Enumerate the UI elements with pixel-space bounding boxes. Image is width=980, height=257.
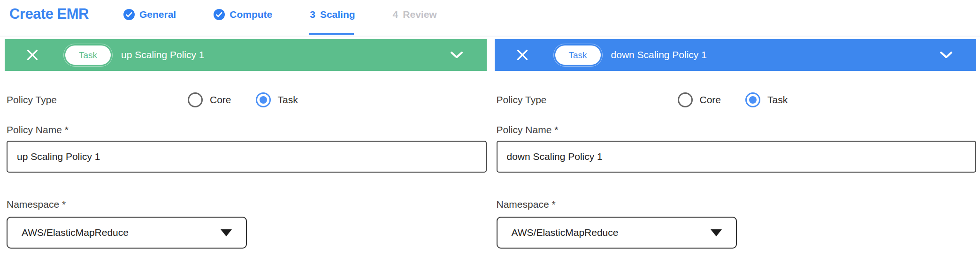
radio-option-core[interactable]: Core [188,92,231,107]
wizard-steps: General Compute 3 Scaling 4 Review [123,8,475,21]
radio-label: Task [278,94,298,106]
namespace-label: Namespace * [7,199,487,210]
check-circle-icon [214,9,225,20]
policy-header-bar[interactable]: Task down Scaling Policy 1 [495,39,977,71]
policy-name-label: Policy Name * [497,124,977,136]
namespace-dropdown[interactable]: AWS/ElasticMapReduce [497,217,737,249]
namespace-dropdown[interactable]: AWS/ElasticMapReduce [7,217,247,249]
wizard-header: Create EMR General Compute 3 Scaling 4 R… [0,0,980,37]
policy-name-input[interactable] [497,141,977,173]
step-number: 4 [393,9,398,20]
step-label: Compute [230,9,272,20]
policy-type-label: Policy Type [497,94,678,106]
radio-circle[interactable] [678,92,693,107]
radio-label: Core [700,94,721,106]
policy-form: Policy Type Core Task Policy Name * Name… [5,92,487,249]
radio-option-task[interactable]: Task [745,92,788,107]
radio-circle-selected[interactable] [745,92,760,107]
policy-name-field: Policy Name * [7,124,487,173]
caret-down-icon [711,229,722,236]
namespace-field: Namespace * AWS/ElasticMapReduce [7,199,487,249]
chevron-down-icon[interactable] [940,51,953,59]
namespace-selected-value: AWS/ElasticMapReduce [512,227,619,238]
step-compute[interactable]: Compute [214,8,272,21]
policy-name-field: Policy Name * [497,124,977,173]
scaling-policies: Task up Scaling Policy 1 Policy Type Cor… [0,39,980,249]
step-general[interactable]: General [123,8,176,21]
policy-form: Policy Type Core Task Policy Name * Name… [495,92,977,249]
radio-circle[interactable] [188,92,203,107]
policy-bar-title: up Scaling Policy 1 [121,49,204,60]
radio-label: Task [767,94,788,106]
policy-type-label: Policy Type [7,94,188,106]
policy-bar-title: down Scaling Policy 1 [611,49,707,60]
panel-up-scaling-policy: Task up Scaling Policy 1 Policy Type Cor… [5,39,487,249]
page-title: Create EMR [9,6,89,22]
step-scaling[interactable]: 3 Scaling [310,8,355,21]
policy-type-row: Policy Type Core Task [7,92,487,107]
policy-type-row: Policy Type Core Task [497,92,977,107]
radio-option-task[interactable]: Task [256,92,298,107]
policy-header-bar[interactable]: Task up Scaling Policy 1 [5,39,487,71]
chevron-down-icon[interactable] [450,51,463,59]
step-review[interactable]: 4 Review [393,8,437,21]
caret-down-icon [221,229,232,236]
radio-option-core[interactable]: Core [678,92,721,107]
radio-label: Core [210,94,231,106]
close-icon[interactable] [515,48,529,62]
namespace-field: Namespace * AWS/ElasticMapReduce [497,199,977,249]
step-label: Review [403,9,436,20]
check-circle-icon [123,9,135,20]
namespace-label: Namespace * [497,199,977,210]
policy-type-badge: Task [555,45,601,65]
step-number: 3 [310,9,315,20]
policy-type-badge: Task [65,45,111,65]
step-label: Scaling [320,9,355,20]
radio-circle-selected[interactable] [256,92,271,107]
policy-name-input[interactable] [7,141,487,173]
policy-name-label: Policy Name * [7,124,487,136]
close-icon[interactable] [25,48,39,62]
step-label: General [139,9,176,20]
namespace-selected-value: AWS/ElasticMapReduce [22,227,129,238]
panel-down-scaling-policy: Task down Scaling Policy 1 Policy Type C… [495,39,977,249]
